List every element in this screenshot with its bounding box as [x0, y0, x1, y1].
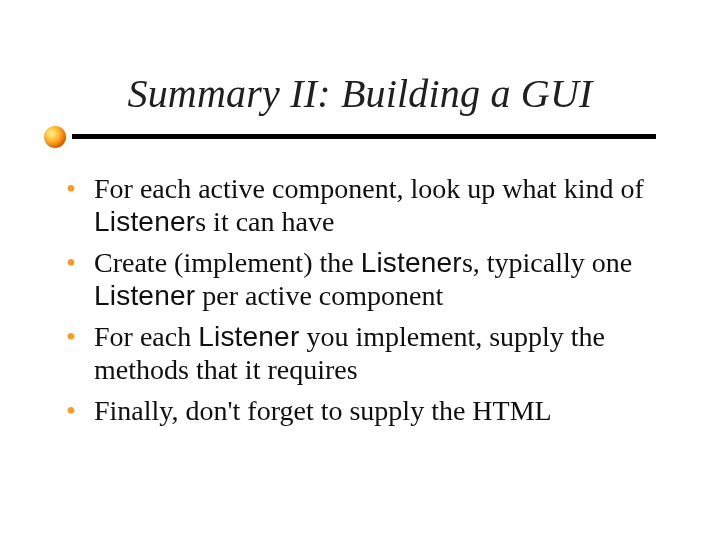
- bullet-text: For each active component, look up what …: [94, 173, 644, 204]
- code-listener: Listener: [94, 280, 195, 311]
- bullet-text: For each: [94, 321, 198, 352]
- code-listener: Listener: [198, 321, 299, 352]
- bullet-text: Create (implement) the: [94, 247, 361, 278]
- bullet-item: Finally, don't forget to supply the HTML: [60, 394, 664, 427]
- bullet-text: s it can have: [195, 206, 334, 237]
- rule-line: [72, 134, 656, 139]
- title-rule: [44, 126, 656, 150]
- bullet-list: For each active component, look up what …: [60, 172, 664, 427]
- bullet-text: s, typically one: [462, 247, 632, 278]
- bullet-item: For each active component, look up what …: [60, 172, 664, 238]
- bullet-item: For each Listener you implement, supply …: [60, 320, 664, 386]
- slide: Summary II: Building a GUI For each acti…: [0, 0, 720, 540]
- slide-title: Summary II: Building a GUI: [0, 70, 720, 117]
- bullet-text: per active component: [195, 280, 443, 311]
- slide-body: For each active component, look up what …: [60, 172, 664, 435]
- code-listener: Listener: [94, 206, 195, 237]
- bullet-text: Finally, don't forget to supply the HTML: [94, 395, 552, 426]
- rule-dot-icon: [44, 126, 66, 148]
- bullet-item: Create (implement) the Listeners, typica…: [60, 246, 664, 312]
- code-listener: Listener: [361, 247, 462, 278]
